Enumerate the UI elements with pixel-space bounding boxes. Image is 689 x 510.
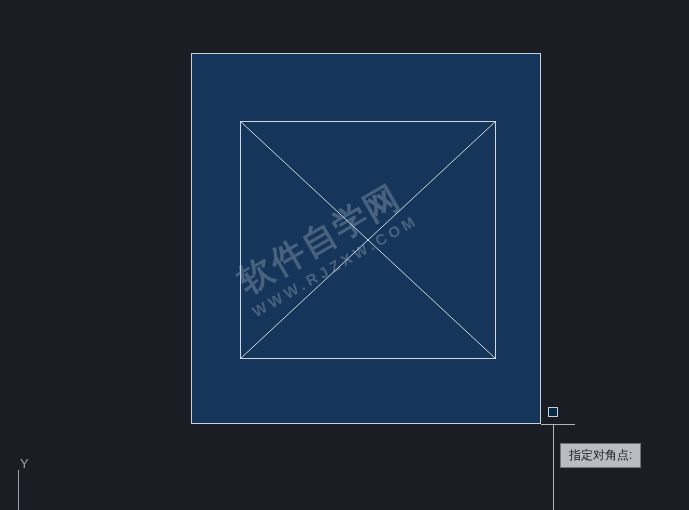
cursor-pickbox	[548, 407, 558, 417]
crosshair-vertical	[553, 424, 554, 510]
ucs-y-label: Y	[20, 456, 29, 471]
command-tooltip: 指定对角点:	[560, 443, 641, 468]
drawing-canvas[interactable]: 软件自学网 WWW.RJZXW.COM 指定对角点: Y	[0, 0, 689, 510]
crosshair-horizontal	[541, 424, 575, 425]
ucs-y-axis-line	[18, 470, 19, 510]
